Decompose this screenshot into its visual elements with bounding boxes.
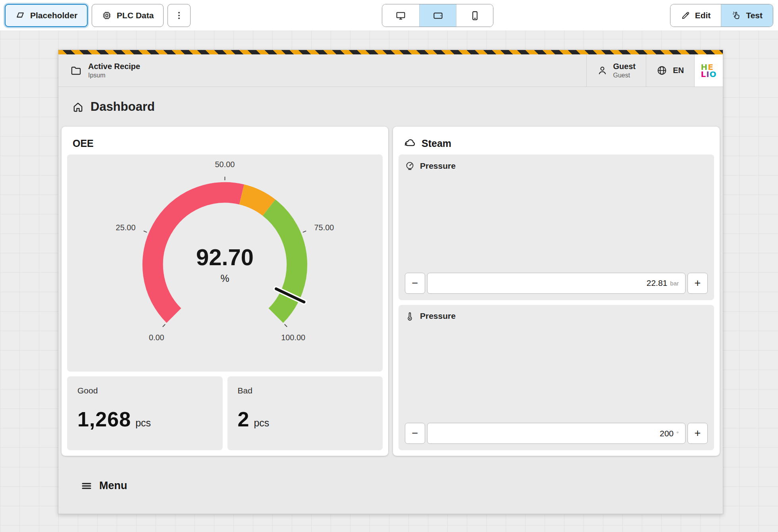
pointer-hand-icon — [732, 11, 741, 20]
test-mode-button[interactable]: Test — [721, 4, 773, 27]
active-recipe-value: Ipsum — [88, 72, 140, 79]
globe-icon — [657, 65, 667, 76]
svg-text:%: % — [220, 273, 229, 284]
steam-card-title: Steam — [422, 138, 451, 149]
pressure1-unit: bar — [670, 280, 679, 287]
oee-gauge-widget: 0.0025.0050.0075.00100.0092.70% — [67, 154, 383, 372]
page-title-row: Dashboard — [58, 87, 723, 127]
thermometer-icon — [405, 311, 415, 321]
oee-card: OEE 0.0025.0050.0075.00100.0092.70% Good… — [62, 127, 388, 456]
pressure2-decrement-button[interactable]: − — [405, 423, 425, 444]
editor-toolbar: Placeholder PLC Data Edit — [0, 0, 778, 31]
device-tablet-button[interactable] — [419, 4, 456, 27]
svg-text:0.00: 0.00 — [149, 333, 164, 342]
pressure2-label: Pressure — [420, 311, 456, 321]
svg-text:100.00: 100.00 — [281, 333, 305, 342]
pressure1-value-field[interactable]: 22.81 bar — [427, 273, 686, 294]
plc-data-button[interactable]: PLC Data — [92, 4, 164, 27]
pressure2-value-field[interactable]: 200 ° — [427, 423, 686, 444]
pressure-control-2: Pressure − 200 ° + — [399, 305, 714, 451]
placeholder-button[interactable]: Placeholder — [5, 4, 88, 27]
home-icon — [72, 101, 84, 113]
active-recipe-text: Active Recipe Ipsum — [88, 62, 140, 79]
plc-data-button-label: PLC Data — [117, 11, 154, 20]
dashboard-preview-frame: Active Recipe Ipsum Guest Guest EN HELIO… — [58, 50, 723, 514]
menu-button[interactable]: Menu — [81, 480, 723, 492]
language-code: EN — [673, 66, 684, 75]
pencil-icon — [681, 11, 690, 20]
hamburger-menu-icon — [81, 480, 92, 492]
helio-logo: HELIO — [701, 64, 716, 78]
placeholder-icon — [15, 10, 25, 21]
placeholder-button-label: Placeholder — [30, 11, 77, 20]
device-desktop-button[interactable] — [382, 4, 419, 27]
svg-text:25.00: 25.00 — [116, 223, 136, 232]
oee-card-header: OEE — [67, 132, 383, 154]
page-title: Dashboard — [91, 100, 155, 114]
device-phone-button[interactable] — [456, 4, 493, 27]
steam-card-header: Steam — [399, 132, 714, 154]
menu-label: Menu — [99, 480, 127, 492]
pressure2-value: 200 — [660, 429, 674, 438]
kebab-menu-icon — [174, 10, 184, 21]
bad-stat-unit: pcs — [254, 417, 269, 429]
pressure1-increment-button[interactable]: + — [687, 273, 708, 294]
pressure1-value: 22.81 — [647, 278, 668, 288]
more-options-button[interactable] — [168, 4, 191, 27]
folder-icon — [70, 65, 82, 76]
pressure2-increment-button[interactable]: + — [687, 423, 708, 444]
pressure-control-1: Pressure − 22.81 bar + — [399, 154, 714, 300]
steam-card: Steam Pressure − 22.81 bar + — [393, 127, 720, 456]
user-role: Guest — [613, 72, 636, 79]
mode-toggle-group: Edit Test — [670, 4, 773, 27]
logo-section: HELIO — [694, 54, 723, 87]
user-icon — [597, 65, 608, 76]
device-preview-toggle — [382, 4, 493, 27]
good-stat-value: 1,268 — [77, 407, 131, 431]
hazard-stripe — [58, 50, 723, 54]
tablet-icon — [433, 10, 443, 21]
oee-card-title: OEE — [73, 138, 94, 149]
good-stat-label: Good — [77, 386, 212, 395]
dashboard-header: Active Recipe Ipsum Guest Guest EN HELIO — [58, 54, 723, 87]
toolbar-left-group: Placeholder PLC Data — [5, 4, 191, 27]
pressure2-stepper: − 200 ° + — [405, 423, 708, 444]
good-stat-tile: Good 1,268 pcs — [67, 376, 223, 450]
pressure-gauge-icon — [405, 161, 415, 171]
language-section[interactable]: EN — [646, 54, 694, 87]
widget-cards-row: OEE 0.0025.0050.0075.00100.0092.70% Good… — [58, 127, 723, 456]
bad-stat-tile: Bad 2 pcs — [227, 376, 383, 450]
pressure1-stepper: − 22.81 bar + — [405, 273, 708, 294]
oee-stats-row: Good 1,268 pcs Bad 2 pcs — [67, 376, 383, 450]
user-section[interactable]: Guest Guest — [586, 54, 646, 87]
edit-mode-button[interactable]: Edit — [670, 4, 721, 27]
phone-icon — [470, 10, 480, 21]
monitor-icon — [395, 10, 406, 21]
test-mode-label: Test — [746, 11, 763, 20]
svg-text:92.70: 92.70 — [196, 245, 254, 270]
user-text: Guest Guest — [613, 62, 636, 79]
svg-text:50.00: 50.00 — [215, 160, 235, 169]
active-recipe-label: Active Recipe — [88, 62, 140, 71]
pressure1-decrement-button[interactable]: − — [405, 273, 425, 294]
user-name: Guest — [613, 62, 636, 71]
pressure1-label: Pressure — [420, 161, 456, 171]
oee-gauge-svg: 0.0025.0050.0075.00100.0092.70% — [67, 154, 383, 372]
chip-icon — [102, 10, 112, 21]
steam-icon — [404, 137, 416, 149]
svg-text:75.00: 75.00 — [314, 223, 334, 232]
bad-stat-label: Bad — [238, 386, 373, 395]
bad-stat-value: 2 — [238, 407, 250, 431]
edit-mode-label: Edit — [695, 11, 711, 20]
pressure2-unit: ° — [676, 430, 679, 437]
active-recipe-section[interactable]: Active Recipe Ipsum — [58, 54, 586, 87]
good-stat-unit: pcs — [135, 417, 151, 429]
